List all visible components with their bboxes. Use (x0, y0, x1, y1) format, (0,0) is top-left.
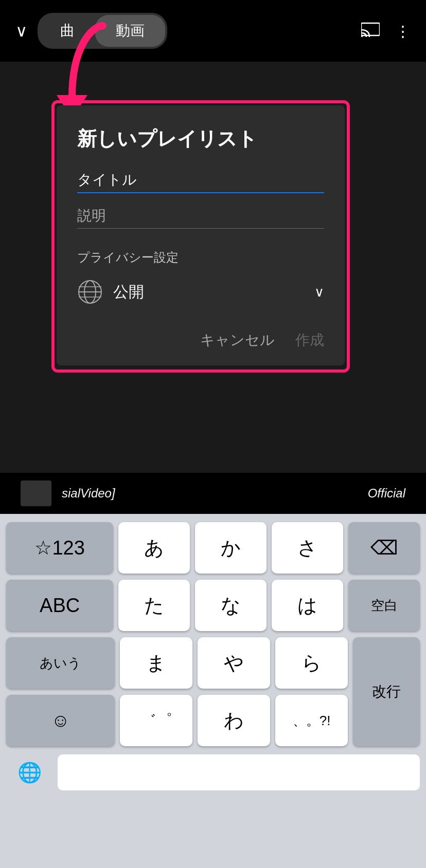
key-punctuation[interactable]: 、。?! (275, 695, 348, 746)
key-ma[interactable]: ま (120, 637, 192, 689)
keyboard-row-4: ☺ ゛゜ わ 、。?! (6, 695, 348, 746)
key-ta[interactable]: た (118, 580, 190, 631)
dialog-title: 新しいプレイリスト (77, 126, 324, 152)
key-ra[interactable]: ら (275, 637, 348, 689)
privacy-chevron-icon[interactable]: ∨ (314, 284, 324, 300)
privacy-select[interactable]: 公開 ∨ (77, 274, 324, 310)
keyboard-col-return: 改行 (353, 637, 420, 746)
privacy-label: プライバシー設定 (77, 249, 324, 266)
cast-icon[interactable] (361, 22, 380, 41)
key-abc[interactable]: ABC (6, 580, 113, 631)
key-spacebar[interactable] (58, 754, 420, 790)
top-bar-left: ∨ 曲 動画 (15, 13, 167, 49)
official-text: Official (368, 486, 405, 501)
keyboard-row-2: ABC た な は 空白 (6, 580, 420, 631)
video-thumbnail (21, 481, 51, 506)
dialog-actions: キャンセル 作成 (77, 325, 324, 350)
key-aiueo[interactable]: あいう (6, 637, 115, 689)
globe-icon (77, 279, 103, 305)
key-ya[interactable]: や (198, 637, 270, 689)
top-bar: ∨ 曲 動画 ⋮ (0, 0, 426, 62)
keyboard-row-3: あいう ま や ら (6, 637, 348, 689)
key-symbols[interactable]: ☆123 (6, 522, 113, 574)
key-ha[interactable]: は (272, 580, 343, 631)
key-delete[interactable]: ⌫ (348, 522, 420, 574)
privacy-left: 公開 (77, 279, 144, 305)
tab-video[interactable]: 動画 (95, 15, 165, 47)
bottom-video-bar: sialVideo] Official (0, 473, 426, 514)
more-menu-icon[interactable]: ⋮ (395, 22, 411, 40)
key-dakuten[interactable]: ゛゜ (120, 695, 192, 746)
key-na[interactable]: な (195, 580, 267, 631)
keyboard-col-main: あいう ま や ら ☺ ゛゜ わ 、。?! (6, 637, 348, 746)
key-wa[interactable]: わ (198, 695, 270, 746)
keyboard-area: ☆123 あ か さ ⌫ ABC た な は 空白 あいう ま や ら ☺ ゛゜… (0, 514, 426, 868)
key-return[interactable]: 改行 (353, 637, 420, 746)
new-playlist-dialog: 新しいプレイリスト プライバシー設定 公開 ∨ キャンセル 作成 (57, 105, 345, 365)
top-bar-right: ⋮ (361, 22, 411, 41)
create-button[interactable]: 作成 (295, 330, 324, 350)
key-emoji[interactable]: ☺ (6, 695, 115, 746)
key-ka[interactable]: か (195, 522, 267, 574)
keyboard-bottom-row: 🌐 (6, 754, 420, 801)
tab-group: 曲 動画 (38, 13, 167, 49)
key-a[interactable]: あ (118, 522, 190, 574)
key-globe[interactable]: 🌐 (6, 754, 52, 790)
description-input[interactable] (77, 204, 324, 229)
keyboard-row-1: ☆123 あ か さ ⌫ (6, 522, 420, 574)
key-sa[interactable]: さ (272, 522, 343, 574)
video-title-text: sialVideo] (62, 486, 115, 501)
title-input[interactable] (77, 168, 324, 193)
tab-song[interactable]: 曲 (40, 15, 95, 47)
privacy-value: 公開 (113, 282, 144, 303)
cancel-button[interactable]: キャンセル (200, 330, 275, 350)
key-space[interactable]: 空白 (348, 580, 420, 631)
keyboard-rows-3-4: あいう ま や ら ☺ ゛゜ わ 、。?! 改行 (6, 637, 420, 746)
chevron-down-icon[interactable]: ∨ (15, 21, 27, 41)
